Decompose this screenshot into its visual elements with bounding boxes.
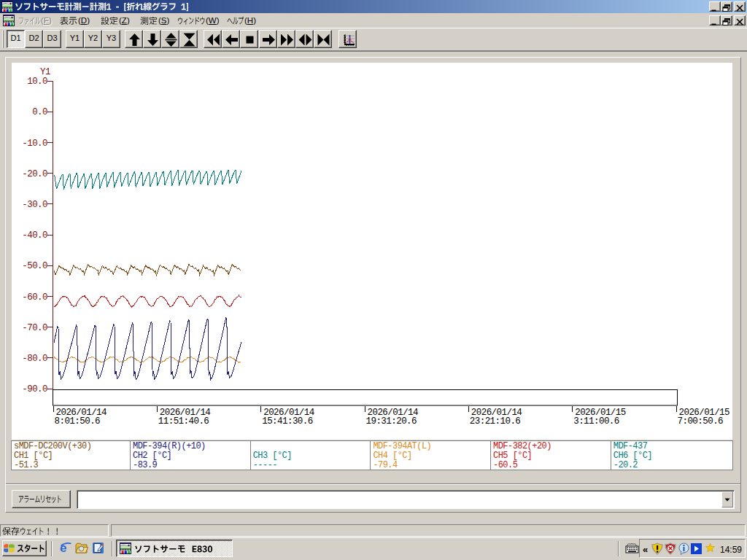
svg-text:-80.0: -80.0 bbox=[22, 354, 47, 364]
svg-text:0.0: 0.0 bbox=[32, 107, 47, 117]
svg-text:-60.0: -60.0 bbox=[22, 292, 47, 303]
svg-text:7:00:50.6: 7:00:50.6 bbox=[678, 416, 724, 427]
svg-text:-40.0: -40.0 bbox=[22, 230, 47, 241]
svg-text:15:41:30.6: 15:41:30.6 bbox=[262, 416, 313, 427]
svg-text:23:21:10.6: 23:21:10.6 bbox=[470, 416, 521, 427]
svg-text:-90.0: -90.0 bbox=[22, 384, 47, 394]
svg-text:-30.0: -30.0 bbox=[22, 200, 47, 210]
svg-text:Y1: Y1 bbox=[40, 67, 50, 77]
svg-text:-50.0: -50.0 bbox=[22, 261, 47, 271]
svg-text:10.0: 10.0 bbox=[27, 77, 47, 87]
svg-text:11:51:40.6: 11:51:40.6 bbox=[158, 416, 209, 427]
svg-text:8:01:50.6: 8:01:50.6 bbox=[55, 416, 101, 427]
svg-text:-10.0: -10.0 bbox=[22, 139, 47, 149]
svg-text:-20.0: -20.0 bbox=[22, 169, 47, 179]
svg-text:3:11:00.6: 3:11:00.6 bbox=[573, 416, 619, 427]
svg-text:19:31:20.6: 19:31:20.6 bbox=[366, 416, 417, 427]
svg-text:-70.0: -70.0 bbox=[22, 323, 47, 333]
